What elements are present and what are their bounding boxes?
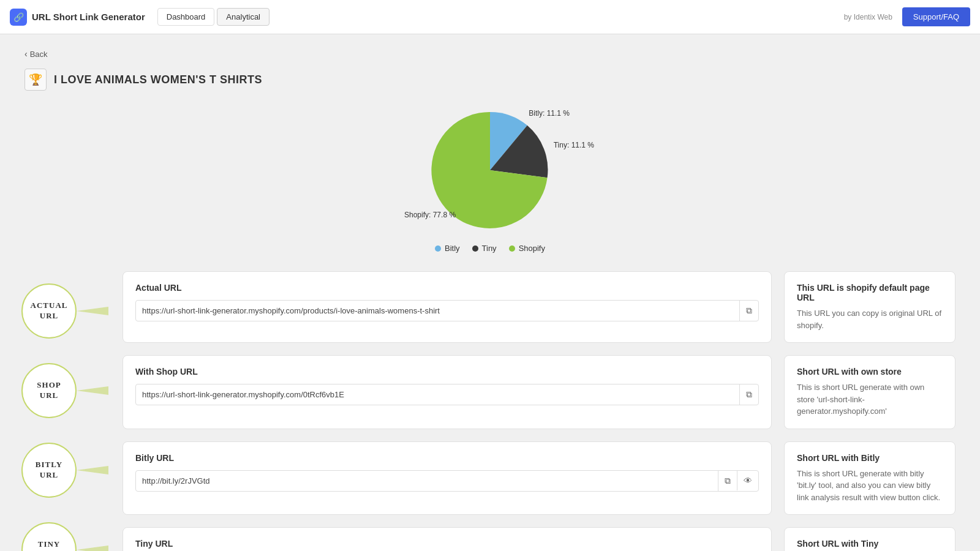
bubble-shop: ShopURL	[21, 363, 113, 418]
bitly-url-card: Bitly URL ⧉ 👁	[123, 441, 772, 515]
actual-url-bubble: ActualURL	[21, 283, 77, 339]
bitly-dot	[435, 246, 441, 252]
row-1: Actual URL ⧉ This URL is shopify default…	[123, 271, 956, 343]
bitly-legend-label: Bitly	[445, 244, 460, 253]
bitly-url-card-title: Bitly URL	[135, 453, 759, 463]
cards-with-bubbles: ActualURL ShopURL BitlyURL	[123, 271, 956, 551]
bitly-url-info-card: Short URL with Bitly This is short URL g…	[784, 441, 956, 515]
actual-info-text: This URL you can copy is original URL of…	[797, 307, 943, 331]
actual-url-input-row: ⧉	[135, 300, 759, 321]
nav-buttons: Dashboard Analytical	[157, 8, 270, 26]
header-right: by Identix Web Support/FAQ	[844, 7, 970, 26]
legend-bitly: Bitly	[435, 244, 460, 253]
product-title: I LOVE ANIMALS WOMEN'S T SHIRTS	[54, 73, 262, 86]
shop-info-title: Short URL with own store	[797, 367, 943, 377]
app-logo: 🔗 URL Short Link Generator	[10, 9, 145, 26]
shop-url-copy-button[interactable]: ⧉	[739, 384, 758, 405]
logo-icon: 🔗	[10, 9, 27, 26]
product-header: 🏆 I LOVE ANIMALS WOMEN'S T SHIRTS	[24, 69, 956, 91]
bubble-bitly: BitlyURL	[21, 443, 113, 498]
actual-url-copy-button[interactable]: ⧉	[739, 301, 758, 321]
legend-tiny: Tiny	[472, 244, 497, 253]
shop-url-card: With Shop URL ⧉	[123, 355, 772, 429]
shop-url-input-row: ⧉	[135, 384, 759, 405]
back-label: Back	[30, 50, 48, 59]
actual-url-info-card: This URL is shopify default page URL Thi…	[784, 271, 956, 343]
shopify-dot	[509, 246, 515, 252]
bitly-info-title: Short URL with Bitly	[797, 453, 943, 463]
product-icon: 🏆	[24, 69, 47, 91]
pie-chart: Bitly: 11.1 % Tiny: 11.1 % Shopify: 77.8…	[392, 103, 588, 238]
shop-url-info-card: Short URL with own store This is short U…	[784, 355, 956, 429]
pie-svg	[423, 103, 557, 238]
bitly-url-bubble: BitlyURL	[21, 443, 77, 498]
analytical-button[interactable]: Analytical	[217, 8, 270, 26]
shop-url-bubble: ShopURL	[21, 363, 77, 418]
header: 🔗 URL Short Link Generator Dashboard Ana…	[0, 0, 980, 34]
tiny-url-info-card: Short URL with Tiny This is short URL ge…	[784, 527, 956, 551]
tiny-url-card: Tiny URL ⧉	[123, 527, 772, 551]
cards-list: Actual URL ⧉ This URL is shopify default…	[123, 271, 956, 551]
tiny-url-bubble: TinyURL	[21, 522, 77, 551]
main-content: ‹ Back 🏆 I LOVE ANIMALS WOMEN'S T SHIRTS	[0, 34, 980, 551]
bubbles-column: ActualURL ShopURL BitlyURL	[21, 271, 113, 551]
app-title: URL Short Link Generator	[32, 12, 145, 22]
dashboard-button[interactable]: Dashboard	[157, 8, 215, 26]
back-arrow-icon: ‹	[24, 49, 28, 59]
actual-url-card: Actual URL ⧉	[123, 271, 772, 343]
row-3: Bitly URL ⧉ 👁 Short URL with Bitly This …	[123, 441, 956, 515]
by-text: by Identix Web	[844, 13, 892, 21]
bubble-actual: ActualURL	[21, 283, 113, 339]
back-link[interactable]: ‹ Back	[24, 49, 48, 59]
support-faq-button[interactable]: Support/FAQ	[902, 7, 970, 26]
shopify-legend-label: Shopify	[519, 244, 545, 253]
shop-url-card-title: With Shop URL	[135, 367, 759, 377]
row-4: Tiny URL ⧉ Short URL with Tiny This is s…	[123, 527, 956, 551]
tiny-url-card-title: Tiny URL	[135, 539, 759, 549]
chart-container: Bitly: 11.1 % Tiny: 11.1 % Shopify: 77.8…	[24, 103, 956, 253]
actual-url-card-title: Actual URL	[135, 283, 759, 293]
actual-info-title: This URL is shopify default page URL	[797, 283, 943, 302]
actual-url-input[interactable]	[136, 301, 739, 320]
tiny-legend-label: Tiny	[482, 244, 497, 253]
row-2: With Shop URL ⧉ Short URL with own store…	[123, 355, 956, 429]
shop-url-input[interactable]	[136, 385, 739, 404]
bitly-url-input[interactable]	[136, 471, 718, 490]
bitly-url-view-button[interactable]: 👁	[737, 471, 758, 490]
bitly-url-copy-button[interactable]: ⧉	[718, 471, 737, 491]
bitly-info-text: This is short URL generate with bitly 'b…	[797, 468, 943, 504]
chart-legend: Bitly Tiny Shopify	[435, 244, 545, 253]
bitly-url-input-row: ⧉ 👁	[135, 470, 759, 492]
tiny-info-title: Short URL with Tiny	[797, 539, 943, 549]
tiny-label: Tiny: 11.1 %	[554, 141, 594, 149]
bubble-tiny: TinyURL	[21, 522, 113, 551]
tiny-dot	[472, 246, 478, 252]
shop-info-text: This is short URL generate with own stor…	[797, 381, 943, 418]
legend-shopify: Shopify	[509, 244, 545, 253]
